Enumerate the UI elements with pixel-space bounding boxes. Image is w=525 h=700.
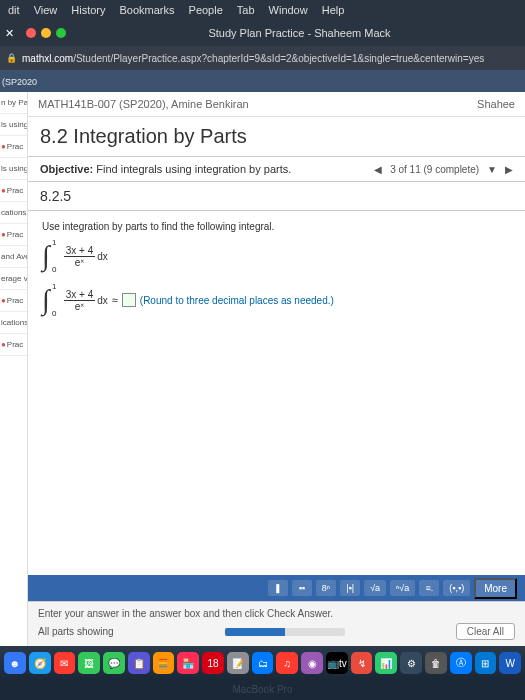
- dock-app-icon[interactable]: 📋: [128, 652, 150, 674]
- question-nav: ◀ 3 of 11 (9 complete) ▼ ▶: [374, 164, 513, 175]
- tool-button[interactable]: (▪,▪): [443, 580, 470, 596]
- dock-app-icon[interactable]: 📝: [227, 652, 249, 674]
- sidebar-item[interactable]: n by Pa: [0, 92, 27, 114]
- dock-app-icon[interactable]: ✉: [54, 652, 76, 674]
- sidebar-item[interactable]: ●Prac: [0, 334, 27, 356]
- tool-button[interactable]: ▪▪: [292, 580, 312, 596]
- sidebar-item[interactable]: and Aver: [0, 246, 27, 268]
- bullet-icon: ●: [1, 296, 6, 305]
- dock-app-icon[interactable]: 🗑: [425, 652, 447, 674]
- answer-input[interactable]: [122, 293, 136, 307]
- menu-item[interactable]: Window: [269, 4, 308, 16]
- lower-limit: 0: [52, 309, 56, 318]
- bullet-icon: ●: [1, 230, 6, 239]
- dock-app-icon[interactable]: ♫: [276, 652, 298, 674]
- user-name: Shahee: [477, 98, 515, 110]
- question-body: Use integration by parts to find the fol…: [28, 211, 525, 575]
- lower-limit: 0: [52, 265, 56, 274]
- dock-app-icon[interactable]: ↯: [351, 652, 373, 674]
- bullet-icon: ●: [1, 142, 6, 151]
- question-number: 8.2.5: [28, 182, 525, 211]
- clear-all-button[interactable]: Clear All: [456, 623, 515, 640]
- denominator: eˣ: [73, 301, 87, 312]
- section-title: 8.2 Integration by Parts: [28, 117, 525, 157]
- laptop-label: MacBook Pro: [0, 680, 525, 700]
- dock-app-icon[interactable]: 💬: [103, 652, 125, 674]
- window-controls: [18, 28, 74, 38]
- url-text: mathxl.com/Student/PlayerPractice.aspx?c…: [22, 53, 484, 64]
- dock-app-icon[interactable]: ⚙: [400, 652, 422, 674]
- menu-item[interactable]: dit: [8, 4, 20, 16]
- sidebar-item[interactable]: ls using: [0, 158, 27, 180]
- sidebar-item[interactable]: ●Prac: [0, 290, 27, 312]
- tool-button[interactable]: ❚: [268, 580, 288, 596]
- dock-app-icon[interactable]: 🧮: [153, 652, 175, 674]
- sidebar-item[interactable]: cations in: [0, 202, 27, 224]
- dock-app-icon[interactable]: ◉: [301, 652, 323, 674]
- fraction: 3x + 4 eˣ: [64, 245, 96, 268]
- math-toolbar: ❚ ▪▪ 8ⁿ |▪| √a ⁿ√a ≡. (▪,▪) More: [28, 575, 525, 601]
- tool-button[interactable]: ≡.: [419, 580, 439, 596]
- numerator: 3x + 4: [64, 245, 96, 257]
- menu-item[interactable]: People: [189, 4, 223, 16]
- course-header: MATH141B-007 (SP2020), Amine Benkiran Sh…: [28, 92, 525, 117]
- objective-row: Objective: Find integrals using integrat…: [28, 157, 525, 182]
- dx-label: dx: [97, 251, 108, 262]
- upper-limit: 1: [52, 282, 56, 291]
- close-window-button[interactable]: [26, 28, 36, 38]
- url-bar[interactable]: 🔒 mathxl.com/Student/PlayerPractice.aspx…: [0, 46, 525, 70]
- sidebar-item[interactable]: erage val: [0, 268, 27, 290]
- parts-showing-label: All parts showing: [38, 626, 114, 637]
- menu-item[interactable]: History: [71, 4, 105, 16]
- integral-display: ∫ 1 0 3x + 4 eˣ dx: [42, 240, 511, 272]
- fraction: 3x + 4 eˣ: [64, 289, 96, 312]
- page-content: (SP2020 n by Pa ls using ●Prac ls using …: [28, 92, 525, 646]
- more-button[interactable]: More: [474, 578, 517, 599]
- lock-icon: 🔒: [6, 53, 17, 63]
- menu-item[interactable]: Bookmarks: [120, 4, 175, 16]
- footer-instruction: Enter your answer in the answer box and …: [38, 608, 515, 619]
- progress-text[interactable]: 3 of 11 (9 complete): [390, 164, 479, 175]
- dock-app-icon[interactable]: ☻: [4, 652, 26, 674]
- dock-app-icon[interactable]: 🏪: [177, 652, 199, 674]
- dock-app-icon[interactable]: 📊: [375, 652, 397, 674]
- os-menubar: dit View History Bookmarks People Tab Wi…: [0, 0, 525, 20]
- prev-button[interactable]: ◀: [374, 164, 382, 175]
- dock-app-icon[interactable]: 18: [202, 652, 224, 674]
- dropdown-icon[interactable]: ▼: [487, 164, 497, 175]
- menu-item[interactable]: View: [34, 4, 58, 16]
- menu-item[interactable]: Help: [322, 4, 345, 16]
- dock-app-icon[interactable]: 🧭: [29, 652, 51, 674]
- dock-app-icon[interactable]: ⊞: [475, 652, 497, 674]
- next-button[interactable]: ▶: [505, 164, 513, 175]
- tool-button[interactable]: |▪|: [340, 580, 360, 596]
- dock-app-icon[interactable]: 🖼: [78, 652, 100, 674]
- denominator: eˣ: [73, 257, 87, 268]
- dock: ☻🧭✉🖼💬📋🧮🏪18📝🗂♫◉📺tv↯📊⚙🗑Ⓐ⊞W: [0, 646, 525, 680]
- sidebar-item[interactable]: ls using: [0, 114, 27, 136]
- dock-app-icon[interactable]: 📺tv: [326, 652, 348, 674]
- tab-title: Study Plan Practice - Shaheem Mack: [74, 27, 525, 39]
- dock-app-icon[interactable]: Ⓐ: [450, 652, 472, 674]
- tool-button[interactable]: 8ⁿ: [316, 580, 336, 596]
- progress-bar: [225, 628, 345, 636]
- minimize-window-button[interactable]: [41, 28, 51, 38]
- browser-tab-row: ✕ Study Plan Practice - Shaheem Mack: [0, 20, 525, 46]
- menu-item[interactable]: Tab: [237, 4, 255, 16]
- sidebar-item[interactable]: ●Prac: [0, 180, 27, 202]
- bookmark-bar: openve: [0, 70, 525, 92]
- objective-label: Objective:: [40, 163, 93, 175]
- sidebar-item[interactable]: ●Prac: [0, 136, 27, 158]
- tool-button[interactable]: ⁿ√a: [390, 580, 415, 596]
- term-label: (SP2020: [0, 74, 39, 90]
- close-icon[interactable]: ✕: [0, 27, 18, 40]
- course-name: MATH141B-007 (SP2020), Amine Benkiran: [38, 98, 249, 110]
- maximize-window-button[interactable]: [56, 28, 66, 38]
- dock-app-icon[interactable]: W: [499, 652, 521, 674]
- tool-button[interactable]: √a: [364, 580, 386, 596]
- instruction-text: Use integration by parts to find the fol…: [42, 221, 511, 232]
- sidebar-item[interactable]: ications in: [0, 312, 27, 334]
- approx-symbol: ≈: [112, 294, 118, 306]
- dock-app-icon[interactable]: 🗂: [252, 652, 274, 674]
- sidebar-item[interactable]: ●Prac: [0, 224, 27, 246]
